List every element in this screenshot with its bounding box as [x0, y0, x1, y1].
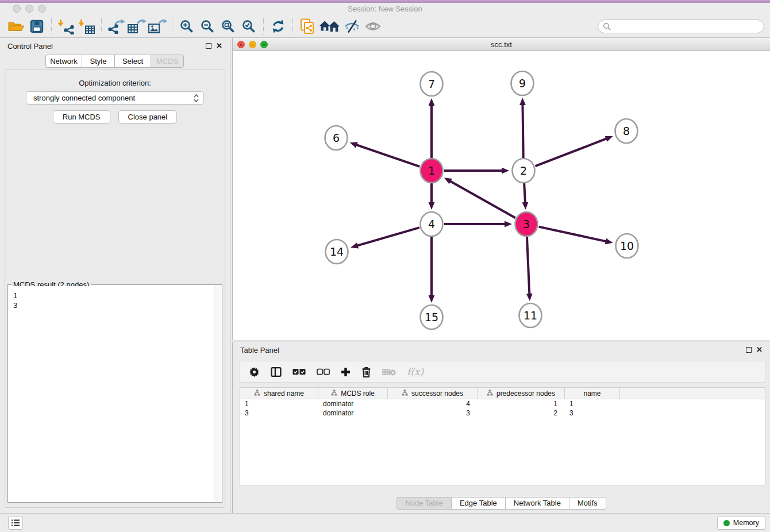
- graph-node-label: 9: [519, 77, 526, 90]
- table-options-button[interactable]: [249, 367, 260, 377]
- zoom-fit-button[interactable]: [218, 17, 238, 36]
- graph-node-8[interactable]: 8: [615, 119, 638, 143]
- graph-edge-3-10[interactable]: [538, 227, 606, 242]
- tab-network[interactable]: Network: [45, 55, 82, 68]
- zoom-out-button[interactable]: [197, 17, 218, 36]
- node-table: shared nameMCDS rolesuccessor nodesprede…: [240, 387, 765, 486]
- graph-edge-arrowhead: [605, 238, 613, 245]
- export-image-icon: [148, 19, 167, 34]
- import-table-button[interactable]: [76, 17, 97, 36]
- import-network-button[interactable]: [56, 17, 76, 36]
- delete-column-button[interactable]: [361, 367, 371, 377]
- add-column-button[interactable]: [341, 367, 351, 377]
- graph-node-1[interactable]: 1: [421, 159, 443, 183]
- tab-mcds[interactable]: MCDS: [151, 55, 184, 68]
- apply-function-button-disabled: f(x): [407, 366, 424, 377]
- column-header-shared-name[interactable]: shared name: [240, 388, 318, 399]
- graph-edge-1-6[interactable]: [356, 145, 419, 167]
- column-type-icon: [254, 390, 260, 398]
- graph-node-14[interactable]: 14: [326, 240, 348, 264]
- graph-edge-4-14[interactable]: [357, 228, 419, 246]
- graph-node-9[interactable]: 9: [511, 71, 534, 95]
- export-network-icon: [107, 19, 125, 34]
- graph-node-2[interactable]: 2: [513, 159, 535, 183]
- table-cell[interactable]: 3: [565, 408, 620, 418]
- table-row[interactable]: 3dominator323: [240, 408, 765, 418]
- graph-node-6[interactable]: 6: [325, 126, 348, 150]
- search-input[interactable]: [614, 22, 759, 30]
- graph-edge-arrowhead: [429, 295, 435, 303]
- search-box[interactable]: [598, 20, 764, 33]
- graph-node-15[interactable]: 15: [421, 305, 443, 329]
- table-cell[interactable]: dominator: [318, 408, 388, 418]
- close-panel-icon[interactable]: ✕: [216, 41, 222, 50]
- table-cell[interactable]: 3: [240, 408, 318, 418]
- close-panel-button[interactable]: Close panel: [118, 110, 178, 124]
- network-canvas-svg: 1234678910111415: [233, 51, 770, 340]
- column-header-successor-nodes[interactable]: successor nodes: [388, 388, 478, 399]
- select-all-columns-button[interactable]: [292, 368, 306, 375]
- open-session-button[interactable]: [6, 17, 26, 36]
- deselect-all-columns-button[interactable]: [317, 368, 330, 375]
- tab-network-table[interactable]: Network Table: [505, 497, 569, 510]
- table-panel-tabs: Node Table Edge Table Network Table Moti…: [233, 497, 770, 510]
- task-history-button[interactable]: [8, 516, 23, 530]
- float-panel-icon[interactable]: [206, 43, 211, 49]
- tab-select[interactable]: Select: [114, 55, 151, 68]
- table-cell[interactable]: 2: [478, 408, 565, 418]
- table-cell[interactable]: dominator: [318, 399, 388, 408]
- hide-panels-button[interactable]: [342, 17, 363, 36]
- table-cell[interactable]: 1: [478, 399, 565, 408]
- clone-network-button[interactable]: [297, 17, 318, 36]
- tab-style[interactable]: Style: [82, 55, 115, 68]
- search-icon: [603, 22, 611, 30]
- export-table-button[interactable]: [126, 17, 147, 36]
- tab-node-table[interactable]: Node Table: [396, 497, 452, 510]
- graph-node-11[interactable]: 11: [519, 303, 542, 327]
- graph-node-4[interactable]: 4: [421, 212, 443, 236]
- graph-edge-2-3[interactable]: [524, 183, 525, 203]
- graph-node-label: 1: [428, 164, 435, 177]
- graph-edge-3-11[interactable]: [527, 237, 529, 295]
- zoom-in-button[interactable]: [176, 17, 197, 36]
- criterion-select[interactable]: strongly connected component: [26, 91, 204, 105]
- graph-node-7[interactable]: 7: [421, 72, 443, 96]
- run-mcds-button[interactable]: Run MCDS: [53, 110, 110, 124]
- criterion-selected-value: strongly connected component: [33, 94, 194, 102]
- column-header-label: successor nodes: [411, 390, 463, 398]
- show-columns-button[interactable]: [271, 367, 282, 377]
- graph-edge-arrowhead: [502, 168, 509, 174]
- graph-node-3[interactable]: 3: [515, 212, 538, 236]
- eye-icon: [365, 20, 381, 33]
- table-cell[interactable]: 1: [565, 399, 620, 408]
- home-button[interactable]: [318, 17, 342, 36]
- column-header-MCDS-role[interactable]: MCDS role: [318, 388, 388, 399]
- tab-edge-table[interactable]: Edge Table: [451, 497, 506, 510]
- import-network-icon: [57, 19, 75, 34]
- column-header-predecessor-nodes[interactable]: predecessor nodes: [478, 388, 565, 399]
- export-image-button[interactable]: [147, 17, 168, 36]
- network-canvas[interactable]: 1234678910111415: [233, 51, 770, 340]
- graph-edge-2-9[interactable]: [522, 104, 523, 158]
- table-row[interactable]: 1dominator411: [240, 399, 765, 408]
- show-panels-button[interactable]: [363, 17, 383, 36]
- graph-node-10[interactable]: 10: [616, 234, 638, 258]
- export-network-button[interactable]: [106, 17, 126, 36]
- float-table-panel-icon[interactable]: [746, 347, 752, 353]
- column-header-label: predecessor nodes: [496, 390, 555, 398]
- table-cell[interactable]: 3: [388, 408, 478, 418]
- zoom-selected-button[interactable]: [238, 17, 259, 36]
- table-cell[interactable]: 4: [388, 399, 478, 408]
- graph-edge-3-1[interactable]: [449, 181, 515, 218]
- graph-edge-arrowhead: [526, 294, 533, 301]
- graph-edge-2-8[interactable]: [536, 138, 607, 166]
- result-scrollbar[interactable]: [214, 286, 221, 501]
- memory-button[interactable]: Memory: [717, 516, 765, 530]
- mcds-result-list[interactable]: 1 3: [9, 286, 214, 501]
- apply-layout-button[interactable]: [268, 17, 288, 36]
- tab-motifs[interactable]: Motifs: [569, 497, 606, 510]
- table-cell[interactable]: 1: [240, 399, 318, 408]
- close-table-panel-icon[interactable]: ✕: [756, 345, 763, 354]
- save-session-button[interactable]: [26, 17, 47, 36]
- column-header-name[interactable]: name: [565, 388, 620, 399]
